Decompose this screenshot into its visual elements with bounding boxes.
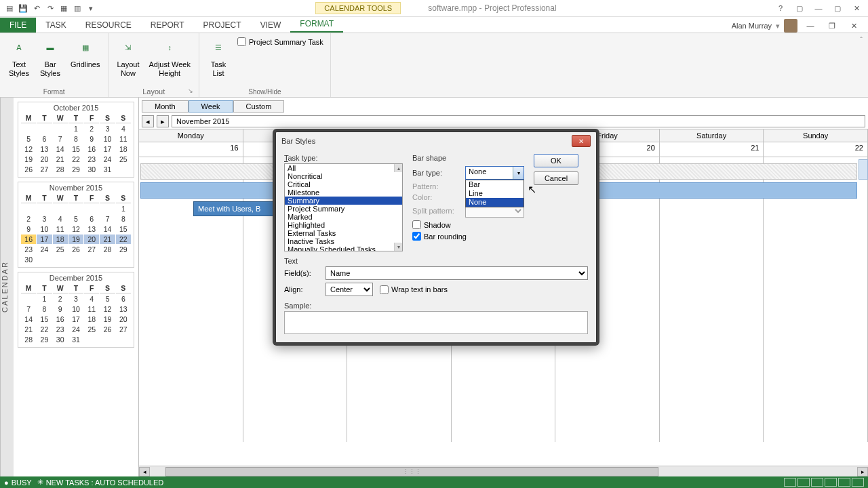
doc-restore-icon[interactable]: ❐ (823, 19, 841, 33)
avatar[interactable] (784, 19, 797, 33)
period-label[interactable]: November 2015 (172, 115, 865, 127)
vertical-scrollbar[interactable] (859, 159, 868, 180)
status-newtasks[interactable]: ✳NEW TASKS : AUTO SCHEDULED (37, 478, 164, 487)
group-label: Show/Hide (203, 87, 326, 96)
mini-calendar[interactable]: December 2015MTWTFSS12345678910111213141… (18, 272, 134, 348)
scroll-right-icon[interactable]: ▸ (857, 467, 868, 476)
user-name[interactable]: Alan Murray (732, 22, 772, 30)
scroll-thumb[interactable]: ⋮⋮⋮ (165, 467, 658, 476)
redo-icon[interactable]: ↷ (45, 3, 56, 14)
undo-icon[interactable]: ↶ (31, 3, 42, 14)
prev-period-button[interactable]: ◂ (142, 115, 154, 127)
view-rail[interactable]: CALENDAR (0, 98, 14, 476)
scroll-up-icon[interactable]: ▴ (394, 164, 402, 172)
scroll-left-icon[interactable]: ◂ (139, 467, 150, 476)
bar-type-label: Bar type: (412, 169, 461, 177)
shadow-checkbox[interactable]: Shadow (412, 220, 524, 229)
text-styles-button[interactable]: AText Styles (4, 36, 34, 79)
ribbon-tab-report[interactable]: REPORT (141, 18, 194, 33)
ribbon-tab-project[interactable]: PROJECT (194, 18, 251, 33)
qat-customize-icon[interactable]: ▾ (85, 3, 96, 14)
view-button-month[interactable]: Month (142, 100, 189, 113)
calendar-cell[interactable] (139, 157, 243, 442)
text-styles-icon: A (8, 37, 30, 59)
ribbon-tab-view[interactable]: VIEW (251, 18, 291, 33)
cancel-button[interactable]: Cancel (534, 171, 578, 185)
task-type-option[interactable]: Summary (285, 197, 402, 205)
gridlines-button[interactable]: ▦Gridlines (66, 36, 104, 70)
view-shortcut-icon[interactable] (852, 478, 864, 487)
ok-button[interactable]: OK (534, 154, 578, 167)
qat-btn[interactable]: ▦ (58, 3, 69, 14)
task-type-option[interactable]: Highlighted (285, 221, 402, 229)
wrap-text-checkbox[interactable]: Wrap text in bars (380, 285, 448, 294)
bar-type-option[interactable]: Bar (466, 180, 524, 189)
horizontal-scrollbar[interactable]: ◂ ⋮⋮⋮ ▸ (139, 466, 868, 476)
fields-label: Field(s): (284, 269, 321, 277)
close-icon[interactable]: ✕ (848, 1, 865, 15)
align-dropdown[interactable]: Center (326, 283, 373, 296)
view-shortcut-icon[interactable] (825, 478, 837, 487)
bar-type-option[interactable]: None (466, 198, 524, 207)
mini-calendar[interactable]: November 2015MTWTFSS12345678910111213141… (18, 182, 134, 268)
date-cell[interactable]: 22 (764, 142, 868, 157)
pattern-label: Pattern: (412, 182, 461, 190)
mini-calendar[interactable]: October 2015MTWTFSS123456789101112131415… (18, 102, 134, 178)
task-type-option[interactable]: Inactive Tasks (285, 237, 402, 245)
task-type-option[interactable]: External Tasks (285, 229, 402, 237)
collapse-ribbon-icon[interactable]: ˆ (854, 33, 868, 47)
bar-type-dropdown[interactable]: None ▾ BarLineNone (465, 166, 524, 180)
task-type-option[interactable]: Project Summary (285, 205, 402, 213)
date-cell[interactable]: 16 (139, 142, 243, 157)
save-icon[interactable]: 💾 (18, 3, 28, 14)
view-button-week[interactable]: Week (189, 100, 233, 113)
doc-minimize-icon[interactable]: — (802, 19, 819, 33)
task-type-option[interactable]: Milestone (285, 188, 402, 197)
task-list-button[interactable]: ☰Task List (203, 36, 233, 79)
ribbon-tab-format[interactable]: FORMAT (290, 16, 343, 33)
maximize-icon[interactable]: ▢ (829, 1, 846, 15)
view-switcher: MonthWeekCustom (139, 98, 868, 114)
view-shortcut-icon[interactable] (797, 478, 810, 487)
layout-now-button[interactable]: ⇲Layout Now (113, 36, 143, 79)
sample-preview (284, 311, 588, 334)
calendar-cell[interactable] (764, 157, 868, 442)
calendar-cell[interactable] (660, 157, 764, 442)
task-type-option[interactable]: Manually Scheduled Tasks (285, 245, 402, 251)
sample-label: Sample: (284, 302, 588, 310)
minimize-icon[interactable]: — (810, 1, 827, 15)
view-shortcut-icon[interactable] (838, 478, 850, 487)
view-button-custom[interactable]: Custom (233, 100, 285, 113)
task-type-option[interactable]: All (285, 164, 402, 172)
qat-btn[interactable]: ▥ (72, 3, 83, 14)
ribbon-tab-task[interactable]: TASK (36, 18, 75, 33)
view-shortcut-icon[interactable] (811, 478, 823, 487)
fields-dropdown[interactable]: Name (326, 266, 588, 280)
adjust-week-button[interactable]: ↕Adjust Week Height (144, 36, 195, 79)
task-list-icon: ☰ (208, 37, 229, 59)
ribbon-opts-icon[interactable]: ▢ (791, 1, 808, 15)
ribbon-tabs: FILE TASKRESOURCEREPORTPROJECTVIEWFORMAT… (0, 17, 868, 33)
ribbon-tab-resource[interactable]: RESOURCE (76, 18, 141, 33)
dialog-launcher-icon[interactable]: ↘ (186, 87, 195, 96)
view-shortcut-icon[interactable] (784, 478, 796, 487)
doc-close-icon[interactable]: ✕ (845, 19, 863, 33)
bar-styles-button[interactable]: ▬Bar Styles (35, 36, 65, 79)
adjust-week-icon: ↕ (159, 37, 180, 59)
file-tab[interactable]: FILE (0, 18, 36, 33)
help-icon[interactable]: ? (772, 1, 789, 15)
bar-rounding-checkbox[interactable]: Bar rounding (412, 232, 524, 241)
bar-styles-dialog: Bar Styles ✕ Task type: ▴ ▾ AllNoncritic… (275, 131, 597, 343)
chevron-down-icon[interactable]: ▾ (776, 22, 780, 30)
date-cell[interactable]: 21 (660, 142, 764, 157)
scroll-down-icon[interactable]: ▾ (394, 243, 402, 251)
task-type-option[interactable]: Critical (285, 180, 402, 188)
task-type-option[interactable]: Marked (285, 213, 402, 221)
bar-type-option[interactable]: Line (466, 189, 524, 198)
chevron-down-icon[interactable]: ▾ (513, 167, 524, 179)
dialog-close-button[interactable]: ✕ (572, 135, 591, 147)
next-period-button[interactable]: ▸ (157, 115, 169, 127)
project-summary-checkbox[interactable]: Project Summary Task (235, 36, 326, 47)
task-type-list[interactable]: ▴ ▾ AllNoncriticalCriticalMilestoneSumma… (284, 163, 403, 251)
task-type-option[interactable]: Noncritical (285, 172, 402, 180)
